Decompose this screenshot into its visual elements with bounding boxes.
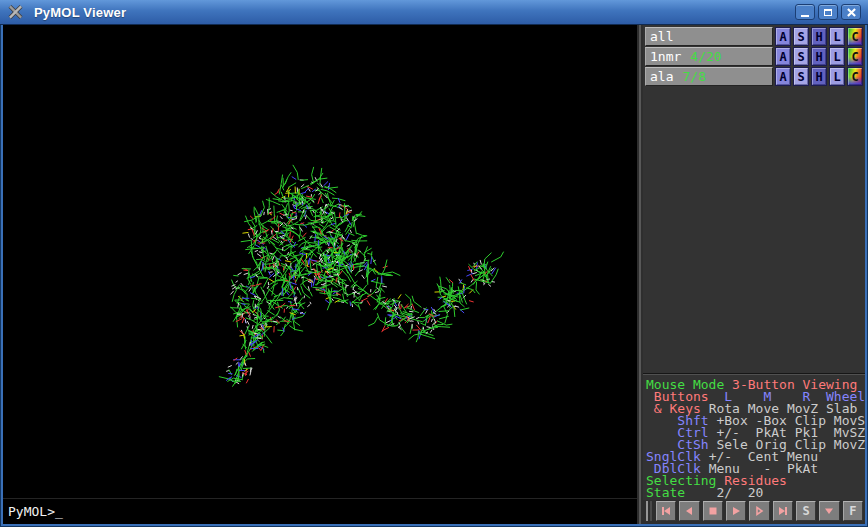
action-menu-button[interactable]: A: [775, 47, 791, 66]
action-menu-button[interactable]: A: [775, 27, 791, 46]
close-button[interactable]: [841, 4, 861, 20]
molecule-viewport[interactable]: [3, 25, 637, 498]
show-menu-button[interactable]: S: [793, 27, 809, 46]
playback-bar: S F: [643, 500, 865, 524]
step-back-button[interactable]: [679, 501, 699, 521]
object-state: 4/20: [690, 49, 721, 64]
object-name-button[interactable]: 1nmr 4/20: [645, 47, 773, 66]
label-menu-button[interactable]: L: [829, 67, 845, 86]
object-list: all A S H L C 1nmr 4/20 A S H: [643, 25, 865, 86]
skip-to-start-icon: [660, 505, 672, 517]
command-cursor: _: [55, 504, 63, 519]
side-panel: all A S H L C 1nmr 4/20 A S H: [643, 25, 865, 524]
minimize-icon: [801, 15, 809, 17]
object-row-all: all A S H L C: [645, 27, 863, 46]
panel-empty-area: [643, 86, 865, 373]
object-name: all: [650, 29, 673, 44]
window-title: PyMOL Viewer: [34, 5, 786, 20]
object-name: ala: [650, 69, 673, 84]
stop-button[interactable]: [703, 501, 723, 521]
label-menu-button[interactable]: L: [829, 27, 845, 46]
show-menu-button[interactable]: S: [793, 67, 809, 86]
stop-icon: [707, 505, 719, 517]
scene-button[interactable]: S: [796, 501, 816, 521]
playbar-grip[interactable]: [646, 501, 652, 521]
object-name-button[interactable]: ala 7/8: [645, 67, 773, 86]
play-icon: [730, 505, 742, 517]
close-icon: [847, 8, 856, 17]
mouse-panel-divider: [643, 373, 865, 375]
titlebar[interactable]: PyMOL Viewer: [0, 0, 868, 25]
color-menu-button[interactable]: C: [847, 27, 863, 46]
show-menu-button[interactable]: S: [793, 47, 809, 66]
object-row-ala: ala 7/8 A S H L C: [645, 67, 863, 86]
play-button[interactable]: [726, 501, 746, 521]
menu-down-button[interactable]: [819, 501, 839, 521]
object-state: 7/8: [682, 69, 705, 84]
skip-to-end-icon: [777, 505, 789, 517]
x11-app-icon: [7, 4, 25, 20]
hide-menu-button[interactable]: H: [811, 67, 827, 86]
chevron-down-icon: [823, 505, 835, 517]
pymol-window: PyMOL Viewer PyMOL>_ all: [0, 0, 868, 527]
action-menu-button[interactable]: A: [775, 67, 791, 86]
maximize-icon: [824, 9, 832, 16]
color-menu-button[interactable]: C: [847, 67, 863, 86]
fullscreen-button[interactable]: F: [843, 501, 863, 521]
command-prompt: PyMOL>: [8, 504, 55, 519]
object-name: 1nmr: [650, 49, 681, 64]
step-forward-button[interactable]: [749, 501, 769, 521]
hide-menu-button[interactable]: H: [811, 27, 827, 46]
label-menu-button[interactable]: L: [829, 47, 845, 66]
object-row-1nmr: 1nmr 4/20 A S H L C: [645, 47, 863, 66]
maximize-button[interactable]: [818, 4, 838, 20]
color-menu-button[interactable]: C: [847, 47, 863, 66]
skip-to-start-button[interactable]: [656, 501, 676, 521]
hide-menu-button[interactable]: H: [811, 47, 827, 66]
panel-divider: [637, 25, 643, 524]
molecule-structure: [3, 25, 637, 498]
state-line[interactable]: State 2/ 20: [646, 487, 865, 499]
command-line[interactable]: PyMOL>_: [3, 498, 637, 524]
step-back-icon: [683, 505, 695, 517]
object-name-button[interactable]: all: [645, 27, 773, 46]
skip-to-end-button[interactable]: [773, 501, 793, 521]
mouse-mode-panel[interactable]: Mouse Mode 3-Button Viewing Buttons L M …: [643, 377, 865, 500]
minimize-button[interactable]: [795, 4, 815, 20]
step-forward-icon: [753, 505, 765, 517]
